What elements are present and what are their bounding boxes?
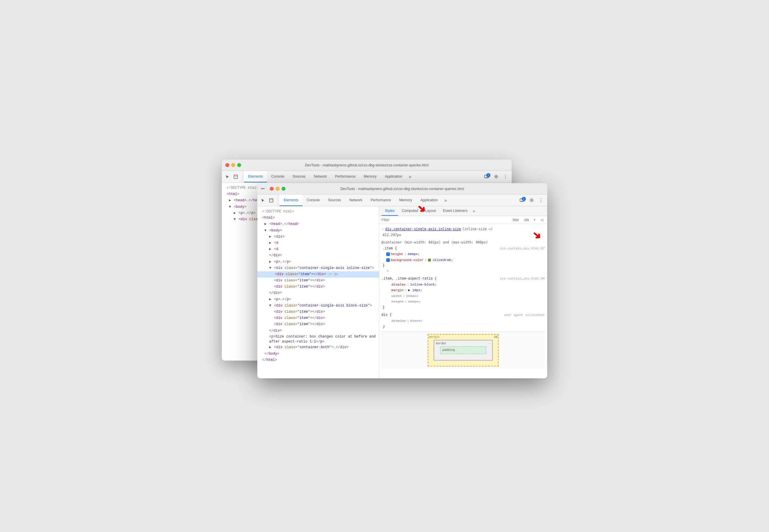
inspect-button-fg[interactable]: ◁ (539, 217, 545, 223)
closing-brace-4: } (381, 324, 545, 330)
bgcolor-checkbox[interactable]: ✓ (386, 258, 390, 262)
settings-button-fg[interactable] (528, 197, 535, 204)
styles-tab-computed-fg[interactable]: Computed (398, 206, 422, 216)
window-title-bg: DevTools - mathiasbynens.github.io/css-d… (305, 163, 429, 167)
minimize-button-fg[interactable] (276, 187, 279, 191)
menu-button-fg[interactable]: ⋮ (537, 197, 545, 204)
tab-performance-fg[interactable]: Performance (366, 194, 395, 206)
prop-height: ✓ height : 300px; (381, 251, 545, 257)
html-line-d1[interactable]: ▶ <d (257, 240, 379, 246)
html-line-p1[interactable]: ▶ <p>…</p> (257, 259, 379, 265)
height-checkbox[interactable]: ✓ (386, 252, 390, 256)
tab-elements-fg[interactable]: Elements (279, 194, 302, 206)
tab-console-fg[interactable]: Console (302, 194, 324, 206)
html-line-container-inline[interactable]: ▼ <div class="container-single-axis inli… (257, 265, 379, 271)
tab-elements-bg[interactable]: Elements (244, 171, 267, 182)
html-line-close-body[interactable]: </body> (257, 351, 379, 357)
html-line-html[interactable]: <html> (257, 215, 379, 221)
settings-button-bg[interactable] (492, 173, 500, 181)
hov-button-fg[interactable]: :hov (510, 217, 521, 223)
close-button-bg[interactable] (225, 163, 229, 167)
prop-name-height-3: height (392, 299, 404, 305)
html-line-close-div1[interactable]: </div> (257, 252, 379, 259)
maximize-button-fg[interactable] (281, 187, 285, 191)
selector-link-fg-1[interactable]: div.container-single-axis.inline-size (386, 226, 461, 232)
html-line-container-both[interactable]: ▶ <div class="container-both">…</div> (257, 344, 379, 351)
prop-value-margin-3: ▶ 10px; (408, 287, 423, 293)
html-line-doctype[interactable]: <!DOCTYPE html> (257, 209, 379, 215)
inline-size-indicator: (inline-size ↔) (462, 226, 493, 232)
tab-network-bg[interactable]: Network (310, 171, 331, 182)
arrow-icon-fg: → (381, 226, 383, 232)
tab-more-fg[interactable]: » (442, 194, 449, 206)
inspector-tool-fg[interactable] (268, 197, 274, 204)
html-line-head[interactable]: ▶ <head>…</head> (257, 221, 379, 227)
html-line-div1[interactable]: ▶ <div> (257, 234, 379, 240)
menu-button-bg[interactable]: ⋮ (502, 173, 509, 181)
item-selector-fg-3: .item, .item-aspect-ratio { (381, 276, 437, 282)
tab-network-fg[interactable]: Network (345, 194, 366, 206)
tab-memory-bg[interactable]: Memory (359, 171, 380, 182)
filter-bar-fg: :hov .cls + ◁ (379, 216, 547, 224)
minimize-button-bg[interactable] (231, 163, 235, 167)
tab-performance-bg[interactable]: Performance (331, 171, 359, 182)
html-line-container-block[interactable]: ▼ <div class="container-single-axis bloc… (257, 303, 379, 309)
styles-tab-styles-fg[interactable]: Styles (381, 206, 399, 216)
rule-1-header: → div.container-single-axis.inline-size … (381, 226, 545, 232)
tab-sources-bg[interactable]: Sources (288, 171, 310, 182)
cursor-tool-bg[interactable] (224, 173, 231, 180)
cursor-tool-fg[interactable] (260, 197, 266, 204)
html-line-close-inline[interactable]: </div> (257, 290, 379, 296)
styles-tab-layout-fg[interactable]: Layout (422, 206, 440, 216)
maximize-button-bg[interactable] (237, 163, 241, 167)
html-line-close-html[interactable]: </html> (257, 357, 379, 363)
filter-input-fg[interactable] (381, 218, 508, 222)
html-line-item-selected[interactable]: <div class="item"></div> == $0 (257, 271, 379, 278)
html-line-p-size[interactable]: <p>Size container: box changes color at … (257, 334, 379, 345)
html-line-item5[interactable]: <div class="item"></div> (257, 315, 379, 321)
tab-more-bg[interactable]: » (407, 171, 414, 182)
html-line-close-block[interactable]: </div> (257, 328, 379, 334)
box-model-section: margin 10 border - padding (381, 331, 545, 369)
prop-margin-3: margin : ▶ 10px; (381, 287, 545, 293)
html-line-item4[interactable]: <div class="item"></div> (257, 309, 379, 315)
html-line-d2[interactable]: ▶ <d (257, 246, 379, 252)
tab-application-bg[interactable]: Application (380, 171, 407, 182)
html-line-item2[interactable]: <div class="item"></div> (257, 278, 379, 284)
add-rule-button-fg[interactable]: + (532, 217, 538, 223)
devtools-window-foreground: ••• DevTools - mathiasbynens.github.io/c… (257, 183, 547, 378)
close-button-fg[interactable] (270, 187, 273, 191)
inspector-tool-bg[interactable] (232, 173, 239, 180)
color-swatch-olivedrab (428, 259, 431, 262)
html-line-p2[interactable]: ▶ <p>…</p> (257, 296, 379, 303)
source-fg-3: css-contain…ies.html:44 (500, 276, 545, 282)
tab-console-bg[interactable]: Console (267, 171, 288, 182)
tab-memory-fg[interactable]: Memory (395, 194, 416, 206)
feedback-button-bg[interactable]: 1 (483, 173, 491, 181)
add-prop-btn-2[interactable]: + (381, 269, 545, 274)
dots-icon-fg[interactable]: ••• (261, 187, 265, 191)
styles-tab-events-fg[interactable]: Event Listeners (440, 206, 471, 216)
feedback-button-fg[interactable]: 1 (518, 197, 526, 204)
padding-label: padding (443, 348, 455, 353)
html-line-item3[interactable]: <div class="item"></div> (257, 284, 379, 290)
closing-brace-2: } (381, 263, 545, 269)
tab-sources-fg[interactable]: Sources (324, 194, 345, 206)
feedback-badge-bg: 1 (486, 173, 491, 177)
tab-application-fg[interactable]: Application (416, 194, 442, 206)
colon-3a: : (407, 282, 409, 288)
prop-name-display-4: display (392, 318, 406, 324)
window-title-fg: DevTools - mathiasbynens.github.io/css-d… (340, 187, 464, 191)
colon-4: : (407, 318, 409, 324)
titlebar-fg: ••• DevTools - mathiasbynens.github.io/c… (257, 183, 547, 194)
cls-button-fg[interactable]: .cls (522, 217, 531, 223)
html-line-item6[interactable]: <div class="item"></div> (257, 321, 379, 327)
div-selector-fg: div { (381, 312, 392, 318)
html-panel-fg[interactable]: <!DOCTYPE html> <html> ▶ <head>…</head> … (257, 206, 379, 378)
colon-height: : (404, 251, 407, 257)
html-line-body[interactable]: ▼ <body> (257, 228, 379, 234)
styles-tab-more-fg[interactable]: » (471, 206, 477, 216)
dimension-value-fg: 412.297px (381, 232, 545, 238)
rule-4-header: div { user agent stylesheet (381, 312, 545, 318)
prop-display-4: display : block; (381, 318, 545, 324)
